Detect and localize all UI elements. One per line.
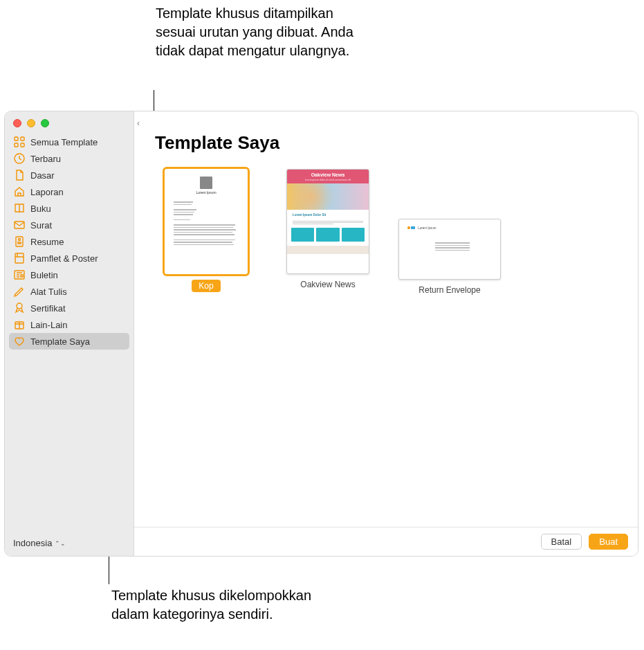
svg-rect-8 (15, 253, 24, 263)
chevron-updown-icon: ⌃⌄ (55, 540, 66, 547)
sidebar-item-label: Lain-Lain (30, 320, 68, 330)
resume-icon (13, 235, 26, 248)
sidebar-item-label: Sertifikat (30, 303, 66, 314)
newsletter-title: Oakview News (287, 170, 369, 179)
box-icon (13, 318, 26, 331)
sidebar-item-letters[interactable]: Surat (9, 217, 129, 233)
sidebar-item-label: Buletin (30, 270, 58, 280)
svg-rect-1 (21, 137, 24, 141)
sidebar-item-books[interactable]: Buku (9, 200, 129, 217)
sidebar-item-label: Template Saya (30, 336, 90, 347)
cancel-button[interactable]: Batal (541, 534, 582, 550)
sidebar-item-label: Terbaru (30, 154, 61, 164)
template-thumbnail: Lorem Ipsum (398, 219, 501, 280)
window-controls (5, 111, 134, 134)
poster-icon (13, 252, 26, 264)
pencil-icon (13, 285, 26, 298)
template-label: Oakview News (300, 280, 355, 289)
sidebar-item-basic[interactable]: Dasar (9, 167, 129, 183)
sidebar-item-reports[interactable]: Laporan (9, 183, 129, 200)
template-grid-area: Template Saya Lorem Ipsum (134, 111, 638, 527)
svg-rect-0 (15, 137, 18, 141)
sidebar-item-label: Laporan (30, 187, 64, 197)
report-icon (13, 186, 26, 198)
template-grid: Lorem Ipsum Kop Oakview News (155, 169, 617, 295)
template-thumbnail: Lorem Ipsum (165, 169, 248, 274)
sidebar-item-newsletter[interactable]: Buletin (9, 267, 129, 283)
sidebar-item-recent[interactable]: Terbaru (9, 150, 129, 167)
document-icon (13, 169, 26, 181)
mail-icon (13, 219, 26, 231)
annotation-top: Template khusus ditampilkan sesuai uruta… (156, 4, 377, 60)
ribbon-icon (13, 302, 26, 314)
template-label: Return Envelope (418, 285, 480, 295)
category-list: Semua Template Terbaru Dasar Laporan (5, 134, 134, 350)
sidebar-item-label: Semua Template (30, 137, 98, 147)
svg-rect-3 (21, 143, 24, 147)
sidebar-item-label: Surat (30, 220, 52, 231)
annotation-bottom: Template khusus dikelompokkan dalam kate… (111, 586, 333, 624)
minimize-window-button[interactable] (27, 119, 35, 127)
page-title: Template Saya (155, 132, 617, 154)
template-thumbnail: Oakview News Lorem ipsum dolor sit amet … (286, 169, 369, 274)
close-window-button[interactable] (13, 119, 21, 127)
clock-icon (13, 152, 26, 165)
sidebar-item-label: Buku (30, 204, 51, 214)
sidebar-item-label: Resume (30, 237, 64, 247)
svg-point-7 (19, 239, 21, 241)
collapse-sidebar-button[interactable]: ‹ (137, 118, 140, 128)
svg-rect-2 (15, 143, 18, 147)
newspaper-icon (13, 269, 26, 281)
book-icon (13, 202, 26, 215)
sidebar: Semua Template Terbaru Dasar Laporan (5, 111, 134, 556)
svg-rect-5 (15, 222, 24, 228)
template-item-kop[interactable]: Lorem Ipsum Kop (155, 169, 257, 292)
sidebar-item-resume[interactable]: Resume (9, 233, 129, 250)
language-label: Indonesia (13, 538, 52, 548)
template-chooser-window: Semua Template Terbaru Dasar Laporan (4, 111, 638, 557)
language-popup[interactable]: Indonesia ⌃⌄ (13, 538, 66, 548)
sidebar-item-label: Dasar (30, 170, 55, 181)
sidebar-item-stationery[interactable]: Alat Tulis (9, 283, 129, 300)
sidebar-item-other[interactable]: Lain-Lain (9, 316, 129, 333)
sidebar-item-flyers[interactable]: Pamflet & Poster (9, 250, 129, 267)
footer: Batal Buat (134, 527, 638, 556)
template-item-return-envelope[interactable]: Lorem Ipsum Return Envelope (398, 169, 501, 295)
heart-icon (13, 335, 26, 347)
sidebar-footer: Indonesia ⌃⌄ (5, 530, 134, 556)
sidebar-item-my-templates[interactable]: Template Saya (9, 333, 129, 350)
sidebar-item-label: Alat Tulis (30, 287, 67, 297)
sidebar-item-all[interactable]: Semua Template (9, 134, 129, 150)
template-item-oakview-news[interactable]: Oakview News Lorem ipsum dolor sit amet … (277, 169, 379, 289)
sidebar-item-certificates[interactable]: Sertifikat (9, 300, 129, 316)
create-button[interactable]: Buat (589, 534, 628, 550)
grid-icon (13, 136, 26, 148)
svg-point-10 (17, 303, 22, 309)
template-label: Kop (192, 280, 220, 292)
fullscreen-window-button[interactable] (41, 119, 49, 127)
main-pane: ‹ Template Saya Lorem Ipsum (134, 111, 638, 556)
sidebar-item-label: Pamflet & Poster (30, 253, 98, 264)
newsletter-story: Lorem Ipsum Dolor Sit (287, 210, 369, 220)
